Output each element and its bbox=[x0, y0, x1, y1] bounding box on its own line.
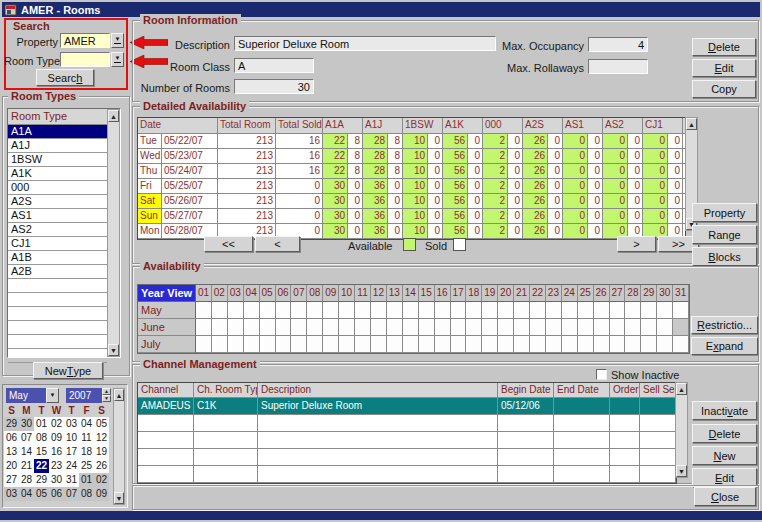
year-view-cell[interactable] bbox=[403, 336, 419, 353]
year-view-cell[interactable] bbox=[530, 302, 546, 319]
calendar-day[interactable]: 26 bbox=[94, 459, 109, 473]
year-view-cell[interactable] bbox=[276, 302, 292, 319]
calendar-day[interactable]: 03 bbox=[4, 487, 19, 501]
calendar-day[interactable]: 06 bbox=[4, 431, 19, 445]
room-type-row[interactable]: A2S bbox=[8, 195, 107, 209]
year-view-cell[interactable] bbox=[403, 302, 419, 319]
calendar-day[interactable]: 29 bbox=[4, 417, 19, 431]
calendar-day[interactable]: 16 bbox=[49, 445, 64, 459]
room-type-list[interactable]: Room Type A1AA1J1BSWA1K000A2SAS1AS2CJ1A1… bbox=[7, 108, 121, 358]
calendar-day[interactable]: 27 bbox=[4, 473, 19, 487]
calendar-day[interactable]: 01 bbox=[79, 473, 94, 487]
calendar-day[interactable]: 05 bbox=[34, 487, 49, 501]
room-type-scrollbar[interactable]: ▲ ▼ bbox=[107, 109, 120, 357]
year-view-cell[interactable] bbox=[291, 302, 307, 319]
availability-row[interactable]: Thu05/24/072131622828810056020260000000 bbox=[138, 164, 685, 179]
calendar-day[interactable]: 31 bbox=[64, 473, 79, 487]
year-view-cell[interactable] bbox=[625, 336, 641, 353]
year-view-cell[interactable] bbox=[196, 302, 212, 319]
room-class-field[interactable]: A bbox=[234, 58, 314, 73]
year-view-cell[interactable] bbox=[276, 319, 292, 336]
availability-row[interactable]: Fri05/25/07213030036010056020260000000 bbox=[138, 179, 685, 194]
year-view-cell[interactable] bbox=[451, 336, 467, 353]
room-type-row[interactable]: AS1 bbox=[8, 209, 107, 223]
calendar-day[interactable]: 01 bbox=[34, 417, 49, 431]
calendar-day[interactable]: 06 bbox=[49, 487, 64, 501]
room-type-row[interactable]: CJ1 bbox=[8, 237, 107, 251]
year-view-cell[interactable] bbox=[355, 319, 371, 336]
calendar-day[interactable]: 07 bbox=[19, 431, 34, 445]
calendar-day[interactable]: 17 bbox=[64, 445, 79, 459]
year-view-cell[interactable] bbox=[657, 302, 673, 319]
room-type-row[interactable]: A1J bbox=[8, 139, 107, 153]
calendar-scrollbar[interactable]: ▲ ▼ bbox=[113, 388, 125, 505]
year-view-cell[interactable] bbox=[562, 336, 578, 353]
year-view-cell[interactable] bbox=[451, 319, 467, 336]
year-view-cell[interactable] bbox=[260, 336, 276, 353]
year-view-cell[interactable] bbox=[451, 302, 467, 319]
year-view-cell[interactable] bbox=[530, 336, 546, 353]
scroll-down-icon[interactable]: ▼ bbox=[108, 344, 119, 356]
calendar-day[interactable]: 20 bbox=[4, 459, 19, 473]
year-view-cell[interactable] bbox=[610, 302, 626, 319]
nav-next-button[interactable]: > bbox=[617, 236, 656, 252]
year-view-cell[interactable] bbox=[498, 336, 514, 353]
year-view-cell[interactable] bbox=[260, 302, 276, 319]
room-type-combo[interactable] bbox=[60, 52, 110, 67]
calendar-day[interactable]: 29 bbox=[34, 473, 49, 487]
year-view-cell[interactable] bbox=[196, 319, 212, 336]
year-view-cell[interactable] bbox=[371, 319, 387, 336]
calendar-day[interactable]: 23 bbox=[49, 459, 64, 473]
calendar-day[interactable]: 18 bbox=[79, 445, 94, 459]
year-view-cell[interactable] bbox=[546, 336, 562, 353]
year-view-cell[interactable] bbox=[228, 302, 244, 319]
year-view-cell[interactable] bbox=[323, 336, 339, 353]
new-channel-button[interactable]: New bbox=[692, 446, 757, 465]
scroll-up-icon[interactable]: ▲ bbox=[686, 118, 697, 130]
delete-room-button[interactable]: Delete bbox=[692, 38, 756, 56]
year-view-cell[interactable] bbox=[371, 302, 387, 319]
calendar-day[interactable]: 09 bbox=[94, 487, 109, 501]
calendar-day[interactable]: 04 bbox=[79, 417, 94, 431]
calendar-day[interactable]: 07 bbox=[64, 487, 79, 501]
calendar-month-dropdown-button[interactable]: ▼ bbox=[46, 388, 59, 403]
year-view-cell[interactable] bbox=[673, 302, 689, 319]
year-view-cell[interactable] bbox=[212, 336, 228, 353]
year-view-cell[interactable] bbox=[244, 302, 260, 319]
availability-row[interactable]: Wed05/23/072131622828810056020260000000 bbox=[138, 149, 685, 164]
calendar-day[interactable]: 15 bbox=[34, 445, 49, 459]
year-view-cell[interactable] bbox=[419, 302, 435, 319]
year-view-cell[interactable] bbox=[323, 319, 339, 336]
year-view-cell[interactable] bbox=[594, 302, 610, 319]
year-view-cell[interactable] bbox=[307, 336, 323, 353]
year-view-cell[interactable] bbox=[482, 336, 498, 353]
room-type-row[interactable]: AS2 bbox=[8, 223, 107, 237]
calendar-day[interactable]: 03 bbox=[64, 417, 79, 431]
nav-prev-button[interactable]: < bbox=[255, 236, 300, 252]
calendar-month-select[interactable]: May bbox=[6, 388, 46, 403]
year-view-cell[interactable] bbox=[578, 336, 594, 353]
year-view-cell[interactable] bbox=[435, 302, 451, 319]
year-view-cell[interactable] bbox=[212, 302, 228, 319]
year-view-cell[interactable] bbox=[546, 302, 562, 319]
channel-row[interactable]: AMADEUSC1KSuperior Deluxe Room05/12/06 bbox=[138, 398, 676, 415]
year-view-cell[interactable] bbox=[307, 319, 323, 336]
search-button[interactable]: Search bbox=[36, 69, 94, 86]
property-lov-button[interactable]: ▼ bbox=[111, 33, 124, 48]
year-view-cell[interactable] bbox=[482, 302, 498, 319]
year-view-cell[interactable] bbox=[435, 336, 451, 353]
year-view-cell[interactable] bbox=[466, 302, 482, 319]
year-view-cell[interactable] bbox=[562, 319, 578, 336]
year-view-cell[interactable] bbox=[578, 319, 594, 336]
calendar-day[interactable]: 09 bbox=[49, 431, 64, 445]
year-view-cell[interactable] bbox=[498, 319, 514, 336]
calendar-year-spinner[interactable]: ▲ ▼ bbox=[102, 388, 111, 403]
calendar-day[interactable]: 19 bbox=[94, 445, 109, 459]
number-of-rooms-field[interactable]: 30 bbox=[234, 79, 314, 94]
calendar-day[interactable]: 02 bbox=[49, 417, 64, 431]
copy-room-button[interactable]: Copy bbox=[692, 80, 756, 98]
nav-first-button[interactable]: << bbox=[204, 236, 253, 252]
calendar-day[interactable]: 24 bbox=[64, 459, 79, 473]
room-type-lov-button[interactable]: ▼ bbox=[111, 52, 124, 67]
year-view-cell[interactable] bbox=[466, 319, 482, 336]
